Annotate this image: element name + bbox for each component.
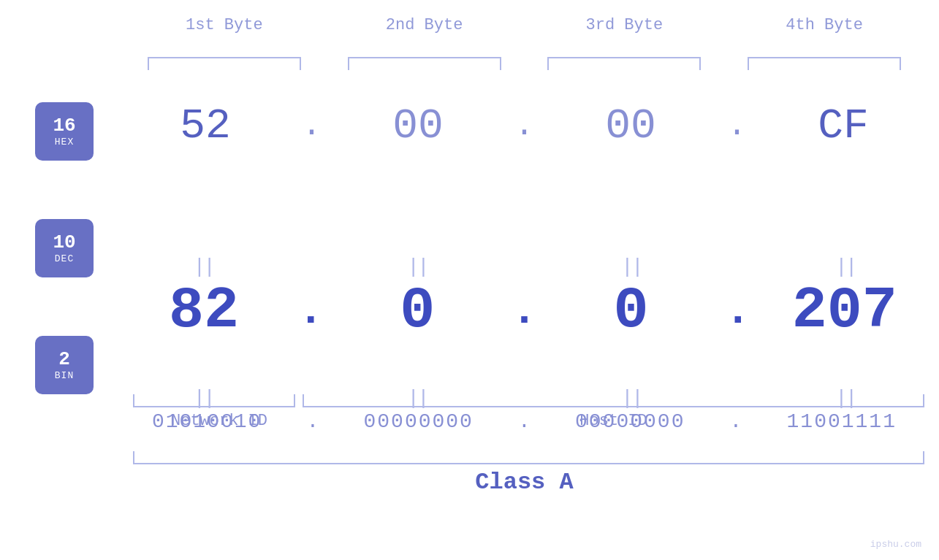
hex-badge-number: 16: [53, 115, 75, 137]
dec-badge-label: DEC: [55, 253, 74, 264]
eq1-b3: ||: [566, 256, 697, 278]
hex-dot-1: .: [302, 107, 322, 145]
content-area: 1st Byte 2nd Byte 3rd Byte 4th Byte 52 .…: [124, 0, 939, 560]
values-section: 52 . 00 . 00 . CF || || || || 82: [124, 73, 939, 516]
dec-b4: 207: [779, 277, 911, 344]
hex-dot-2: .: [514, 107, 534, 145]
eq1-b1: ||: [137, 256, 269, 278]
main-container: 16 HEX 10 DEC 2 BIN 1st Byte 2nd Byte 3r…: [0, 0, 939, 560]
dec-dot-2: .: [511, 286, 537, 336]
equals-row-1: || || || ||: [124, 256, 924, 278]
class-label: Class A: [124, 469, 924, 496]
top-bracket-4: [748, 57, 901, 70]
bin-badge-number: 2: [58, 349, 70, 370]
dec-row: 82 . 0 . 0 . 207: [124, 277, 924, 344]
dec-b3: 0: [566, 277, 697, 344]
top-bracket-3: [547, 57, 701, 70]
hex-dot-3: .: [727, 107, 747, 145]
hex-row: 52 . 00 . 00 . CF: [124, 102, 924, 150]
dec-b2: 0: [351, 277, 483, 344]
header-byte4: 4th Byte: [744, 16, 905, 34]
bin-badge-label: BIN: [55, 370, 74, 381]
class-bracket: [133, 451, 924, 464]
hex-b3: 00: [565, 102, 696, 150]
dec-badge: 10 DEC: [35, 219, 94, 277]
host-bracket: [303, 394, 924, 407]
dec-b1: 82: [138, 277, 270, 344]
network-id-label: Network ID: [124, 412, 314, 430]
eq1-b4: ||: [780, 256, 911, 278]
badge-column: 16 HEX 10 DEC 2 BIN: [35, 102, 94, 394]
eq1-b2: ||: [351, 256, 483, 278]
hex-b1: 52: [140, 102, 271, 150]
network-bracket: [133, 394, 295, 407]
dec-dot-3: .: [725, 286, 751, 336]
hex-b2: 00: [352, 102, 484, 150]
bin-badge: 2 BIN: [35, 336, 94, 394]
host-id-label: Host ID: [303, 412, 924, 430]
top-brackets: [124, 57, 924, 70]
top-bracket-1: [148, 57, 301, 70]
header-byte3: 3rd Byte: [544, 16, 704, 34]
dec-dot-1: .: [297, 286, 324, 336]
top-bracket-2: [348, 57, 501, 70]
header-byte1: 1st Byte: [144, 16, 305, 34]
header-byte2: 2nd Byte: [344, 16, 505, 34]
hex-b4: CF: [778, 102, 909, 150]
hex-badge-label: HEX: [55, 137, 74, 147]
watermark: ipshu.com: [870, 539, 921, 550]
dec-badge-number: 10: [53, 232, 75, 253]
hex-badge: 16 HEX: [35, 102, 94, 161]
byte-header-row: 1st Byte 2nd Byte 3rd Byte 4th Byte: [124, 16, 924, 34]
